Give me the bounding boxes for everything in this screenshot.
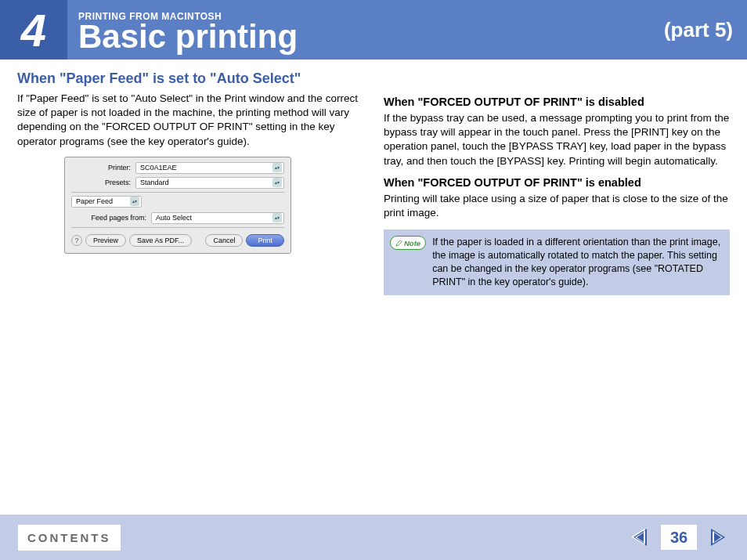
help-button[interactable]: ? xyxy=(71,235,82,246)
note-text: If the paper is loaded in a different or… xyxy=(432,236,722,289)
triangle-left-icon xyxy=(630,526,651,548)
triangle-right-icon xyxy=(706,526,728,548)
disabled-paragraph: If the bypass tray can be used, a messag… xyxy=(384,111,730,168)
presets-select[interactable]: Standard ▴▾ xyxy=(135,177,284,189)
contents-button[interactable]: CONTENTS xyxy=(17,524,121,551)
updown-icon: ▴▾ xyxy=(130,197,139,206)
print-button[interactable]: Print xyxy=(246,234,284,247)
page-footer: CONTENTS 36 xyxy=(0,515,747,560)
enabled-heading: When "FORCED OUTPUT OF PRINT" is enabled xyxy=(384,176,730,189)
pencil-icon xyxy=(395,240,402,247)
section-value: Paper Feed xyxy=(76,197,113,205)
updown-icon: ▴▾ xyxy=(272,178,282,187)
note-badge: Note xyxy=(390,236,426,250)
feed-select[interactable]: Auto Select ▴▾ xyxy=(151,212,284,224)
next-page-button[interactable] xyxy=(705,525,730,550)
updown-icon: ▴▾ xyxy=(272,163,282,172)
feed-label: Feed pages from: xyxy=(71,214,151,222)
page-title: Basic printing xyxy=(78,20,639,53)
printer-value: SC0A1EAE xyxy=(140,164,177,172)
presets-value: Standard xyxy=(140,179,169,186)
save-pdf-button[interactable]: Save As PDF... xyxy=(129,234,192,247)
section-title: When "Paper Feed" is set to "Auto Select… xyxy=(17,70,363,87)
dialog-section-select[interactable]: Paper Feed ▴▾ xyxy=(71,196,142,208)
enabled-paragraph: Printing will take place using a size of… xyxy=(384,192,730,220)
print-dialog: Printer: SC0A1EAE ▴▾ Presets: Standard ▴… xyxy=(64,157,291,254)
printer-select[interactable]: SC0A1EAE ▴▾ xyxy=(135,162,284,174)
feed-value: Auto Select xyxy=(156,214,192,222)
left-column: When "Paper Feed" is set to "Auto Select… xyxy=(17,70,363,295)
printer-label: Printer: xyxy=(71,164,135,172)
intro-paragraph: If "Paper Feed" is set to "Auto Select" … xyxy=(17,92,363,149)
disabled-heading: When "FORCED OUTPUT OF PRINT" is disable… xyxy=(384,96,730,108)
prev-page-button[interactable] xyxy=(628,525,653,550)
updown-icon: ▴▾ xyxy=(272,213,282,222)
cancel-button[interactable]: Cancel xyxy=(205,234,243,247)
chapter-number: 4 xyxy=(0,0,67,60)
presets-label: Presets: xyxy=(71,179,135,186)
header-text-block: PRINTING FROM MACINTOSH Basic printing xyxy=(67,0,650,60)
page-header: 4 PRINTING FROM MACINTOSH Basic printing… xyxy=(0,0,747,60)
divider xyxy=(71,192,284,193)
note-box: Note If the paper is loaded in a differe… xyxy=(384,229,730,295)
page-number: 36 xyxy=(661,525,697,550)
preview-button[interactable]: Preview xyxy=(85,234,126,247)
part-label: (part 5) xyxy=(650,0,747,60)
divider xyxy=(71,227,284,228)
content-area: When "Paper Feed" is set to "Auto Select… xyxy=(0,60,747,295)
right-column: When "FORCED OUTPUT OF PRINT" is disable… xyxy=(384,70,730,295)
print-dialog-screenshot: Printer: SC0A1EAE ▴▾ Presets: Standard ▴… xyxy=(64,157,363,254)
